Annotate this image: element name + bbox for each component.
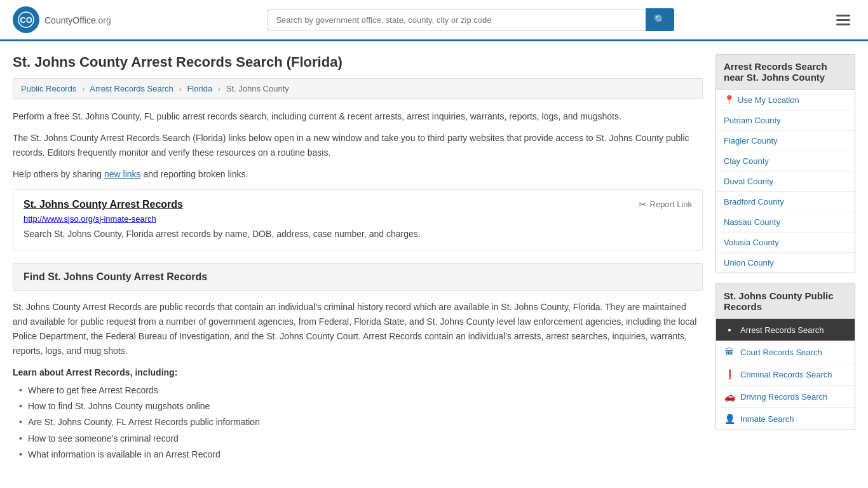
record-title: St. Johns County Arrest Records (24, 199, 183, 210)
list-item: Are St. Johns County, FL Arrest Records … (19, 414, 703, 430)
nearby-section: Arrest Records Search near St. Johns Cou… (715, 54, 855, 273)
breadcrumb-florida[interactable]: Florida (187, 84, 212, 93)
report-icon: ✂ (639, 199, 647, 210)
criminal-icon: ❗ (724, 369, 735, 379)
nearby-county-flagler[interactable]: Flagler County (716, 131, 855, 151)
intro-paragraph-3: Help others by sharing new links and rep… (13, 167, 703, 181)
public-records-links: ▪ Arrest Records Search 🏛 Court Records … (715, 319, 855, 430)
find-section-header: Find St. Johns County Arrest Records (13, 263, 703, 291)
record-card: St. Johns County Arrest Records ✂ Report… (13, 189, 703, 250)
breadcrumb-arrest-records-search[interactable]: Arrest Records Search (90, 84, 173, 93)
pub-rec-inmate-label: Inmate Search (740, 414, 794, 424)
list-item: How to find St. Johns County mugshots on… (19, 398, 703, 414)
public-records-section: St. Johns County Public Records ▪ Arrest… (715, 283, 855, 430)
driving-icon: 🚗 (724, 391, 735, 402)
court-icon: 🏛 (724, 347, 735, 357)
main-content: St. Johns County Arrest Records Search (… (13, 54, 703, 463)
nearby-header: Arrest Records Search near St. Johns Cou… (715, 54, 855, 90)
hamburger-menu-button[interactable] (831, 12, 855, 28)
pub-rec-arrest-label: Arrest Records Search (740, 325, 824, 335)
pub-rec-criminal-label: Criminal Records Search (740, 370, 832, 379)
list-item: What information is available in an Arre… (19, 447, 703, 463)
sidebar: Arrest Records Search near St. Johns Cou… (715, 54, 855, 463)
nearby-county-duval[interactable]: Duval County (716, 172, 855, 192)
breadcrumb-current: St. Johns County (226, 84, 289, 93)
learn-title: Learn about Arrest Records, including: (13, 367, 703, 377)
pub-rec-driving[interactable]: 🚗 Driving Records Search (716, 386, 855, 408)
list-item: Where to get free Arrest Records (19, 383, 703, 398)
new-links-link[interactable]: new links (104, 169, 141, 179)
breadcrumb-sep-1: › (82, 84, 85, 93)
record-url-link[interactable]: http://www.sjso.org/sj-inmate-search (24, 214, 156, 224)
record-card-header: St. Johns County Arrest Records ✂ Report… (24, 199, 692, 210)
use-location-label: Use My Location (738, 95, 799, 105)
search-button[interactable]: 🔍 (646, 8, 674, 31)
find-body: St. Johns County Arrest Records are publ… (13, 300, 703, 358)
record-url[interactable]: http://www.sjso.org/sj-inmate-search (24, 214, 692, 224)
breadcrumb: Public Records › Arrest Records Search ›… (13, 78, 703, 99)
nearby-county-clay[interactable]: Clay County (716, 151, 855, 172)
logo-text: CountyOffice.org (44, 13, 111, 27)
breadcrumb-sep-3: › (218, 84, 220, 93)
breadcrumb-public-records[interactable]: Public Records (21, 84, 76, 93)
pub-rec-inmate[interactable]: 👤 Inmate Search (716, 408, 855, 430)
learn-list: Where to get free Arrest Records How to … (13, 383, 703, 463)
intro-paragraph-2: The St. Johns County Arrest Records Sear… (13, 131, 703, 159)
nearby-county-bradford[interactable]: Bradford County (716, 192, 855, 212)
page-title: St. Johns County Arrest Records Search (… (13, 54, 703, 71)
record-title-link[interactable]: St. Johns County Arrest Records (24, 199, 183, 210)
pub-rec-driving-label: Driving Records Search (740, 392, 827, 402)
find-title: Find St. Johns County Arrest Records (24, 271, 692, 283)
search-input[interactable] (268, 10, 646, 30)
nearby-county-union[interactable]: Union County (716, 253, 855, 273)
report-link-button[interactable]: ✂ Report Link (639, 199, 692, 210)
list-item: How to see someone's criminal record (19, 431, 703, 447)
nearby-county-putnam[interactable]: Putnam County (716, 111, 855, 131)
nearby-county-nassau[interactable]: Nassau County (716, 212, 855, 233)
search-icon: 🔍 (654, 14, 666, 25)
inmate-icon: 👤 (724, 414, 735, 424)
svg-text:CO: CO (20, 15, 32, 25)
hamburger-icon (836, 15, 850, 25)
pub-rec-court[interactable]: 🏛 Court Records Search (716, 341, 855, 363)
pub-rec-arrest[interactable]: ▪ Arrest Records Search (716, 319, 855, 341)
site-header: CO CountyOffice.org 🔍 (0, 0, 868, 41)
pub-rec-court-label: Court Records Search (740, 348, 822, 357)
record-desc: Search St. Johns County, Florida arrest … (24, 227, 692, 241)
location-icon: 📍 (724, 95, 735, 105)
logo-icon: CO (13, 6, 39, 33)
use-my-location-link[interactable]: 📍 Use My Location (716, 90, 855, 111)
search-area: 🔍 (268, 8, 674, 31)
report-label: Report Link (650, 200, 692, 209)
pub-rec-criminal[interactable]: ❗ Criminal Records Search (716, 363, 855, 386)
logo[interactable]: CO CountyOffice.org (13, 6, 111, 33)
main-container: St. Johns County Arrest Records Search (… (0, 41, 868, 475)
nearby-county-volusia[interactable]: Volusia County (716, 233, 855, 253)
arrest-icon: ▪ (724, 325, 735, 335)
nearby-links: 📍 Use My Location Putnam County Flagler … (715, 90, 855, 273)
public-records-header: St. Johns County Public Records (715, 283, 855, 319)
intro-paragraph-1: Perform a free St. Johns County, FL publ… (13, 109, 703, 123)
breadcrumb-sep-2: › (179, 84, 181, 93)
